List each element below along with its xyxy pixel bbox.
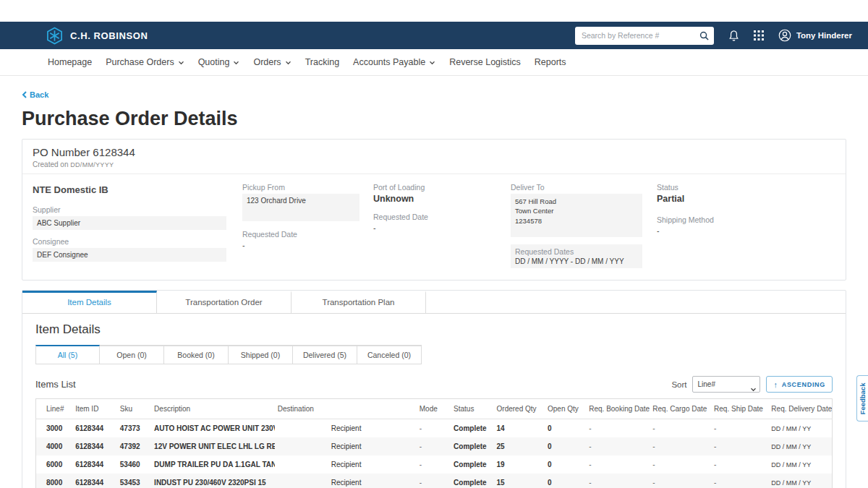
nav-item-homepage[interactable]: Homepage [48,57,92,67]
cell: Complete [451,455,493,474]
sort-select[interactable]: Line# [692,376,760,393]
cell: Recipient [275,474,417,488]
cell: 6128344 [72,437,117,455]
port-requested-date-label: Requested Date [373,213,511,221]
cell: 0 [545,474,586,488]
item-details-title: Item Details [35,322,833,337]
nav-item-reverse-logistics[interactable]: Reverse Logistics [449,57,521,67]
consignee-label: Consignee [33,237,242,246]
cell: - [586,419,650,438]
nav-item-orders[interactable]: Orders [253,57,291,67]
chevron-down-icon [429,61,435,65]
filter-tab-delivered-5[interactable]: Delivered (5) [293,345,357,364]
column-header: Destination [275,399,417,419]
column-header: Req. Ship Date [711,399,768,419]
status-label: Status [657,183,835,192]
port-of-loading-label: Port of Loading [373,183,511,192]
table-row: 8000612834453453INDUST PU 230/460V 2320P… [36,474,833,488]
back-link[interactable]: Back [22,90,48,99]
cell: - [711,437,768,455]
details-card: Item DetailsTransportation OrderTranspor… [22,290,846,488]
feedback-label: Feedback [859,382,867,414]
cell: DD / MM / YY [768,437,832,455]
cell: 47373 [117,419,151,438]
column-header: Open Qty [545,399,586,419]
nav-item-label: Reports [535,57,566,67]
nav-item-quoting[interactable]: Quoting [198,57,240,67]
cell: - [711,419,768,438]
nav-item-purchase-orders[interactable]: Purchase Orders [106,57,184,67]
column-header: Req. Cargo Date [650,399,711,419]
feedback-button[interactable]: Feedback [856,375,868,421]
column-header: Mode [417,399,451,419]
user-menu[interactable]: Tony Hinderer [778,29,852,42]
cell: Recipient [275,419,417,438]
filter-tab-canceled-0[interactable]: Canceled (0) [357,345,422,364]
user-name: Tony Hinderer [796,31,852,40]
cell: 6128344 [72,474,117,488]
cell: Complete [451,437,493,455]
tab-transportation-order[interactable]: Transportation Order [157,291,292,313]
cell: - [417,437,451,455]
status-value: Partial [657,194,835,204]
cell: - [417,455,451,474]
filter-tab-shipped-0[interactable]: Shipped (0) [229,345,293,364]
global-search [575,27,714,45]
search-icon[interactable] [699,31,709,40]
detail-tabs: Item DetailsTransportation OrderTranspor… [22,291,846,314]
back-label: Back [30,90,48,99]
search-input[interactable] [582,31,699,40]
pickup-requested-date-label: Requested Date [242,230,373,239]
cell: 12V POWER UNIT ELEC LHL LG RES [151,437,275,455]
avatar-icon [778,29,791,42]
column-header: Req. Delivery Date [768,399,832,419]
nav-item-label: Reverse Logistics [449,57,521,67]
cell: - [586,455,650,474]
column-header: Sku [117,399,151,419]
filter-tab-all-5[interactable]: All (5) [35,345,100,364]
cell: - [711,455,768,474]
nav-item-label: Tracking [305,57,339,67]
cell: 0 [545,419,586,438]
cell: DUMP TRAILER PU DA 1.1GAL TANK [151,455,275,474]
port-of-loading-value: Unknown [373,194,511,204]
column-header: Line# [36,399,73,419]
cell: DD / MM / YY [768,474,832,488]
status-filter-tabs: All (5)Open (0)Booked (0)Shipped (0)Deli… [35,345,833,364]
filter-tab-booked-0[interactable]: Booked (0) [164,345,229,364]
cell: INDUST PU 230/460V 2320PSI 15 [151,474,275,488]
nav-item-label: Quoting [198,57,230,67]
cell: - [417,474,451,488]
nav-item-accounts-payable[interactable]: Accounts Payable [353,57,435,67]
cell: 53453 [117,474,151,488]
nav-item-tracking[interactable]: Tracking [305,57,339,67]
items-list-label: Items List [35,379,76,390]
sort-label: Sort [671,380,686,389]
cell: 6128344 [72,455,117,474]
column-header: Description [151,399,275,419]
requested-dates: Requested Dates DD / MM / YYYY - DD / MM… [511,244,642,268]
cell: AUTO HOIST AC POWER UNIT 230V [151,419,275,438]
app-launcher-grid-icon[interactable] [754,30,764,40]
brand-name: C.H. ROBINSON [70,30,148,41]
chevron-down-icon [178,61,184,65]
cell: 25 [494,437,545,455]
tab-transportation-plan[interactable]: Transportation Plan [292,291,426,313]
deliver-to-label: Deliver To [511,183,657,192]
tab-item-details[interactable]: Item Details [22,291,157,313]
nav-item-label: Homepage [48,57,92,67]
top-header-bar: C.H. ROBINSON [0,22,868,49]
notifications-bell-icon[interactable] [728,30,739,42]
nav-item-reports[interactable]: Reports [535,57,566,67]
cell: 19 [494,455,545,474]
cell: DD / MM / YY [768,419,832,438]
nav-item-label: Purchase Orders [106,57,174,67]
ascending-sort-button[interactable]: ↑ ASCENDING [766,376,833,393]
port-requested-date-value: - [373,223,511,232]
nav-item-label: Accounts Payable [353,57,425,67]
items-table: Line#Item IDSkuDescriptionDestinationMod… [35,398,833,488]
chevron-down-icon [233,61,239,65]
deliver-to-value: 567 Hill Road Town Center 1234578 [511,194,642,237]
filter-tab-open-0[interactable]: Open (0) [100,345,164,364]
supplier-value: ABC Supplier [33,216,226,230]
